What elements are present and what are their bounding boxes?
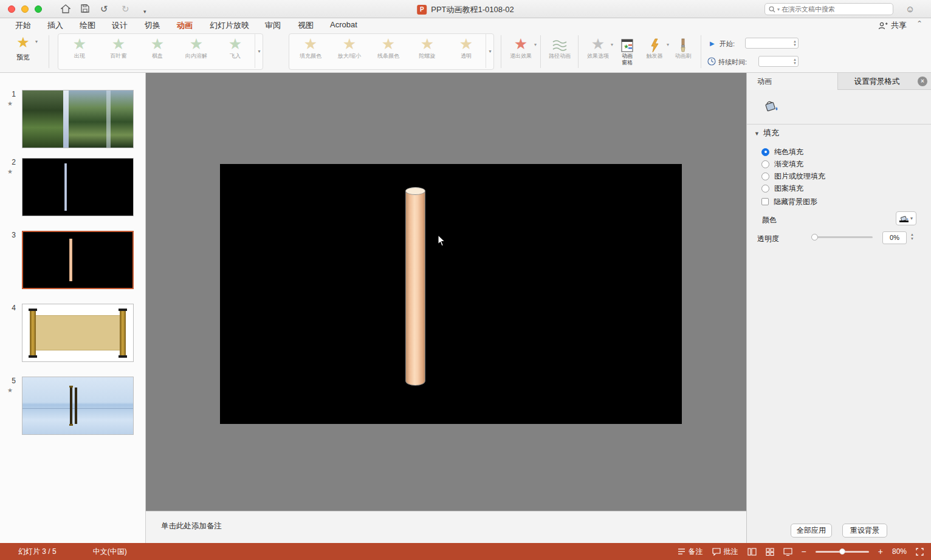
fill-option-gradient[interactable]: 渐变填充 bbox=[761, 159, 803, 169]
preview-button[interactable]: ★ ▾ 预览 bbox=[7, 34, 39, 69]
transparency-stepper[interactable]: ▲▼ bbox=[910, 233, 914, 241]
tab-design[interactable]: 设计 bbox=[112, 20, 128, 31]
slide-sorter-view-icon[interactable] bbox=[766, 548, 774, 556]
slide-row-2: 2 ★ bbox=[0, 158, 146, 219]
fill-section-header[interactable]: ▼填充 bbox=[754, 128, 779, 138]
slide-thumbnail-1[interactable] bbox=[22, 90, 134, 148]
animation-fill-color-button[interactable]: ★ 填充颜色 bbox=[291, 35, 330, 69]
notes-toggle-button[interactable]: 备注 bbox=[678, 547, 703, 557]
language-indicator[interactable]: 中文(中国) bbox=[93, 547, 127, 557]
slide-canvas[interactable] bbox=[220, 164, 682, 424]
zoom-slider[interactable] bbox=[816, 551, 869, 553]
duration-stepper[interactable]: ▲▼ bbox=[793, 58, 797, 65]
animation-painter-button[interactable]: 动画刷 bbox=[669, 35, 697, 69]
scroll-rod-cylinder-shape[interactable] bbox=[405, 191, 425, 386]
zoom-level[interactable]: 80% bbox=[892, 547, 907, 556]
zoom-out-button[interactable]: − bbox=[802, 547, 806, 556]
undo-icon[interactable]: ↺ bbox=[100, 4, 108, 15]
notes-placeholder[interactable]: 单击此处添加备注 bbox=[161, 521, 222, 531]
tab-transitions[interactable]: 切换 bbox=[145, 20, 160, 31]
effect-options-button[interactable]: ★ ▾ 效果选项 bbox=[584, 35, 612, 69]
slide-thumbnail-3-selected[interactable] bbox=[22, 231, 134, 289]
animation-pane-button[interactable]: ★ 动画窗格 bbox=[613, 35, 641, 69]
fill-option-pattern[interactable]: 图案填充 bbox=[761, 183, 803, 194]
paint-bucket-icon[interactable] bbox=[763, 98, 780, 114]
section-collapse-triangle-icon[interactable]: ▼ bbox=[754, 131, 760, 137]
trigger-button[interactable]: ▾ 触发器 bbox=[641, 35, 668, 69]
zoom-window-button[interactable] bbox=[35, 5, 42, 13]
search-scope-chevron-icon[interactable]: ▾ bbox=[777, 7, 780, 12]
gradient-fill-radio[interactable] bbox=[761, 160, 769, 168]
hide-background-checkbox[interactable] bbox=[761, 198, 769, 205]
slide-row-5: 5 ★ bbox=[0, 377, 146, 437]
normal-view-icon[interactable] bbox=[747, 548, 757, 556]
slide-number: 5 bbox=[5, 377, 16, 385]
home-icon[interactable] bbox=[61, 4, 70, 13]
editing-canvas[interactable]: 单击此处添加备注 bbox=[146, 73, 746, 543]
duration-input[interactable]: ▲▼ bbox=[758, 56, 799, 67]
animation-checkerboard-button[interactable]: ★ 棋盘 bbox=[138, 35, 177, 69]
slideshow-view-icon[interactable] bbox=[783, 548, 792, 556]
animation-blinds-button[interactable]: ★ 百叶窗 bbox=[99, 35, 138, 69]
toolbar-options-chevron-icon[interactable]: ▾ bbox=[143, 6, 146, 17]
close-pane-icon[interactable]: × bbox=[918, 77, 927, 86]
feedback-smiley-icon[interactable]: ☺ bbox=[905, 4, 915, 14]
animation-spin-button[interactable]: ★ 陀螺旋 bbox=[408, 35, 447, 69]
pattern-fill-radio[interactable] bbox=[761, 185, 769, 193]
fullscreen-icon[interactable] bbox=[916, 548, 924, 556]
zoom-slider-knob[interactable] bbox=[839, 548, 845, 555]
tab-view[interactable]: 视图 bbox=[298, 20, 314, 31]
tab-animations[interactable]: 动画 bbox=[177, 20, 193, 31]
animation-transparency-button[interactable]: ★ 透明 bbox=[447, 35, 486, 69]
comments-toggle-button[interactable]: 批注 bbox=[712, 547, 738, 557]
animation-appear-button[interactable]: ★ 出现 bbox=[60, 35, 99, 69]
transparency-slider[interactable] bbox=[812, 236, 873, 238]
search-field[interactable]: ▾ bbox=[764, 3, 893, 15]
scroll-rod-cylinder-top[interactable] bbox=[405, 187, 425, 195]
animation-dissolve-in-button[interactable]: ★ 向内溶解 bbox=[177, 35, 216, 69]
redo-icon[interactable]: ↻ bbox=[122, 4, 129, 15]
entrance-gallery-more-button[interactable]: ▾ bbox=[255, 34, 263, 68]
color-picker-button[interactable]: ▾ bbox=[896, 211, 916, 225]
start-stepper[interactable]: ▲▼ bbox=[793, 39, 797, 47]
animation-fly-in-button[interactable]: ★ 飞入 bbox=[216, 35, 255, 69]
apply-to-all-button[interactable]: 全部应用 bbox=[791, 524, 832, 538]
tab-slideshow[interactable]: 幻灯片放映 bbox=[210, 20, 249, 31]
thumb1-photo-right bbox=[69, 90, 133, 148]
fill-option-picture[interactable]: 图片或纹理填充 bbox=[761, 171, 825, 182]
picture-fill-radio[interactable] bbox=[761, 172, 769, 180]
solid-fill-radio[interactable] bbox=[761, 148, 769, 156]
preview-dropdown-icon[interactable]: ▾ bbox=[35, 39, 38, 44]
powerpoint-window: ↺ ↻ ▾ P PPT动画教程1-0108-02 ▾ ☺ 开始 插入 绘图 设计… bbox=[0, 0, 931, 560]
tab-review[interactable]: 审阅 bbox=[265, 20, 281, 31]
search-input[interactable] bbox=[782, 5, 879, 13]
animation-grow-shrink-button[interactable]: ★ 放大/缩小 bbox=[330, 35, 369, 69]
slide-thumbnail-2[interactable] bbox=[22, 158, 134, 216]
animation-line-color-button[interactable]: ★ 线条颜色 bbox=[369, 35, 408, 69]
pane-tab-animation[interactable]: 动画 bbox=[747, 73, 838, 90]
emphasis-gallery-more-button[interactable]: ▾ bbox=[486, 34, 494, 68]
zoom-in-button[interactable]: + bbox=[878, 547, 883, 556]
tab-draw[interactable]: 绘图 bbox=[80, 20, 95, 31]
slide-thumbnail-5[interactable] bbox=[22, 377, 134, 435]
fill-option-solid[interactable]: 纯色填充 bbox=[761, 146, 803, 157]
reset-background-button[interactable]: 重设背景 bbox=[842, 524, 887, 538]
share-button[interactable]: 共享 bbox=[878, 20, 907, 31]
notes-pane[interactable]: 单击此处添加备注 bbox=[146, 511, 746, 543]
start-dropdown[interactable]: ▲▼ bbox=[745, 38, 799, 49]
minimize-window-button[interactable] bbox=[21, 5, 29, 13]
mouse-cursor bbox=[438, 234, 447, 247]
transparency-slider-knob[interactable] bbox=[811, 234, 818, 241]
slide-thumbnail-4[interactable] bbox=[22, 304, 134, 362]
transparency-value-input[interactable]: 0% bbox=[882, 231, 907, 244]
hide-background-option[interactable]: 隐藏背景图形 bbox=[761, 196, 817, 207]
exit-effects-button[interactable]: ★ ▾ 退出效果 bbox=[505, 35, 537, 69]
tab-acrobat[interactable]: Acrobat bbox=[330, 20, 357, 29]
tab-home[interactable]: 开始 bbox=[15, 20, 31, 31]
motion-path-button[interactable]: 路径动画 bbox=[544, 35, 575, 69]
trigger-label: 触发器 bbox=[641, 53, 668, 60]
close-window-button[interactable] bbox=[8, 5, 15, 13]
collapse-ribbon-icon[interactable]: ⌃ bbox=[916, 19, 922, 28]
tab-insert[interactable]: 插入 bbox=[47, 20, 63, 31]
save-icon[interactable] bbox=[81, 4, 89, 13]
